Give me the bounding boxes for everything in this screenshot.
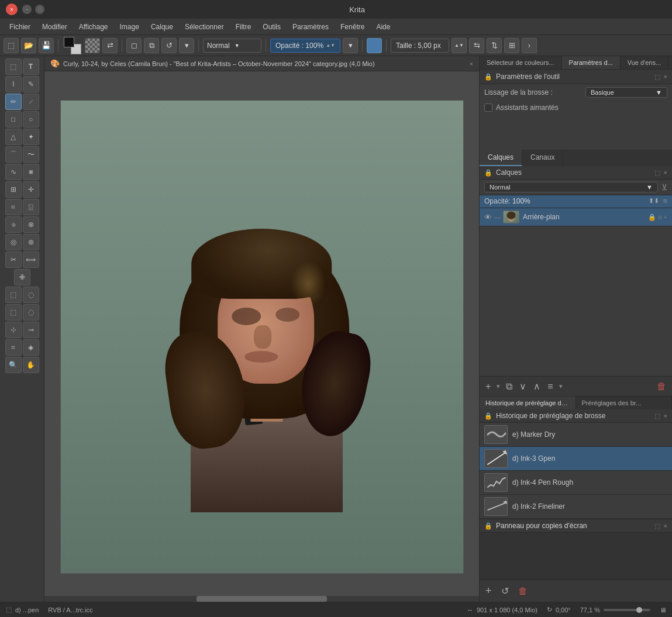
- layers-options-icon[interactable]: ≡: [663, 197, 667, 205]
- mirror-x-btn[interactable]: ⇆: [469, 38, 484, 53]
- canvas-tab-close[interactable]: ×: [470, 60, 473, 67]
- tool-text[interactable]: T: [23, 58, 39, 75]
- opacity-spinbox-arrows[interactable]: ▲▼: [326, 43, 335, 48]
- tool-color-sel[interactable]: ⌗: [5, 339, 22, 356]
- assistants-checkbox[interactable]: [484, 104, 492, 112]
- screenshot-delete-btn[interactable]: 🗑: [517, 585, 529, 598]
- tab-color-selector[interactable]: Sélecteur de couleurs...: [480, 56, 562, 69]
- color-swatch[interactable]: [367, 38, 382, 53]
- tool-multi-brush[interactable]: ⋇: [23, 164, 39, 180]
- tool-contiguous-sel[interactable]: ⌇: [5, 76, 22, 92]
- screenshot-expand-icon[interactable]: ⬚: [654, 522, 660, 530]
- screenshot-close-icon[interactable]: ×: [664, 522, 667, 530]
- brush-item-0[interactable]: e) Marker Dry: [480, 423, 672, 447]
- filter-icon[interactable]: ⊻: [661, 182, 667, 192]
- tool-lasso[interactable]: ⊹: [5, 322, 22, 338]
- brush-history-expand-icon[interactable]: ⬚: [654, 412, 660, 420]
- tool-ellipse-sel2[interactable]: ◌: [23, 304, 39, 320]
- duplicate-layer-btn[interactable]: ⧉: [505, 380, 514, 393]
- minimize-button[interactable]: −: [22, 5, 32, 14]
- tool-paintbrush[interactable]: ✏: [5, 94, 22, 110]
- tool-assistant[interactable]: ✙: [14, 269, 30, 285]
- blend-mode-select[interactable]: Normal ▼: [203, 39, 261, 53]
- tool-col-label[interactable]: ◈: [23, 339, 39, 356]
- menu-fenetre[interactable]: Fenêtre: [335, 20, 370, 33]
- wrap-btn[interactable]: ⊞: [504, 38, 519, 53]
- tool-smart-patch[interactable]: ⊗: [23, 216, 39, 233]
- tool-ellipse[interactable]: ○: [23, 111, 39, 127]
- layer-properties-btn[interactable]: ≡: [546, 380, 554, 393]
- layers-expand-icon[interactable]: ⬚: [654, 169, 660, 177]
- menu-image[interactable]: Image: [114, 20, 145, 33]
- tool-transform[interactable]: ⊞: [5, 181, 22, 198]
- tab-tool-params[interactable]: Paramètres d...: [562, 56, 621, 69]
- size-spinbox[interactable]: ▲▼: [452, 38, 467, 53]
- brush-item-1[interactable]: d) Ink-3 Gpen: [480, 447, 672, 471]
- move-up-btn[interactable]: ∧: [532, 380, 542, 393]
- menu-affichage[interactable]: Affichage: [73, 20, 114, 33]
- maximize-button[interactable]: □: [35, 5, 44, 14]
- tool-measure[interactable]: ⟺: [23, 251, 39, 268]
- foreground-color[interactable]: [64, 37, 74, 47]
- layers-blend-mode[interactable]: Normal ▼: [484, 182, 658, 192]
- tool-rect-sel2[interactable]: ⬚: [5, 287, 22, 303]
- menu-calque[interactable]: Calque: [145, 20, 179, 33]
- tool-rect[interactable]: □: [5, 111, 22, 127]
- tool-freehand-path[interactable]: 〜: [23, 146, 39, 163]
- tab-calques[interactable]: Calques: [480, 150, 522, 166]
- tool-zoom[interactable]: 🔍: [5, 357, 22, 373]
- tool-pan[interactable]: ✋: [23, 357, 39, 373]
- new-window-btn[interactable]: ⬚: [4, 38, 19, 53]
- tool-ellipse-sel[interactable]: ◌: [23, 287, 39, 303]
- delete-layer-btn[interactable]: 🗑: [656, 380, 667, 393]
- brush-item-2[interactable]: d) Ink-4 Pen Rough: [480, 471, 672, 495]
- expand-icon[interactable]: ⬚: [654, 73, 660, 81]
- eraser-btn[interactable]: ◻: [126, 38, 142, 53]
- menu-modifier[interactable]: Modifier: [36, 20, 73, 33]
- more-btn-2[interactable]: ›: [522, 38, 537, 53]
- tab-brush-history[interactable]: Historique de préréglage de b...: [480, 397, 576, 409]
- layer-eye-icon[interactable]: 👁: [484, 213, 492, 222]
- brush-history-close-icon[interactable]: ×: [664, 412, 667, 420]
- alpha-lock-btn[interactable]: ⧉: [144, 38, 159, 53]
- tool-magnetic[interactable]: ⊸: [23, 322, 39, 338]
- screenshot-add-btn[interactable]: +: [484, 584, 493, 598]
- opacity-dropdown[interactable]: ▾: [343, 38, 358, 53]
- size-input[interactable]: Taille : 5,00 px: [391, 39, 449, 53]
- layers-close-icon[interactable]: ×: [664, 169, 667, 177]
- status-rotate-btn[interactable]: ↻: [547, 606, 552, 613]
- close-icon[interactable]: ×: [664, 73, 667, 81]
- canvas-scrollbar-thumb[interactable]: [197, 596, 327, 602]
- more-btn[interactable]: ▾: [179, 38, 194, 53]
- tool-pattern[interactable]: ⌺: [23, 199, 39, 215]
- tool-scissors[interactable]: ✂: [5, 251, 22, 268]
- open-btn[interactable]: 📂: [21, 38, 36, 53]
- color-pair[interactable]: [63, 36, 82, 56]
- close-button[interactable]: ×: [6, 4, 18, 15]
- menu-fichier[interactable]: Fichier: [4, 20, 36, 33]
- tab-canaux[interactable]: Canaux: [522, 150, 563, 166]
- menu-filtre[interactable]: Filtre: [230, 20, 257, 33]
- tab-brush-presets[interactable]: Préréglages des br...: [576, 397, 673, 409]
- layer-props-dropdown[interactable]: ▾: [559, 382, 563, 390]
- tool-polygon[interactable]: △: [5, 129, 22, 145]
- tool-freehand-sel[interactable]: ✎: [23, 76, 39, 92]
- tool-bezier[interactable]: ⌒: [5, 146, 22, 163]
- mirror-y-btn[interactable]: ⇅: [487, 38, 502, 53]
- menu-parametres[interactable]: Paramètres: [287, 20, 335, 33]
- zoom-slider[interactable]: [604, 609, 650, 611]
- tool-star[interactable]: ✦: [23, 129, 39, 145]
- move-down-btn[interactable]: ∨: [518, 380, 528, 393]
- menu-aide[interactable]: Aide: [370, 20, 396, 33]
- add-layer-dropdown[interactable]: ▾: [497, 382, 500, 390]
- menu-outils[interactable]: Outils: [257, 20, 287, 33]
- screenshot-refresh-btn[interactable]: ↺: [500, 584, 510, 598]
- menu-selectionner[interactable]: Sélectionner: [179, 20, 230, 33]
- tool-dynamic-brush[interactable]: ∿: [5, 164, 22, 180]
- tool-colorize[interactable]: ⨳: [5, 216, 22, 233]
- portrait-canvas[interactable]: [60, 100, 464, 574]
- save-btn[interactable]: 💾: [39, 38, 54, 53]
- tool-select-rect[interactable]: ⬚: [5, 58, 22, 75]
- tool-line[interactable]: ⟋: [23, 94, 39, 110]
- tool-move[interactable]: ✛: [23, 181, 39, 198]
